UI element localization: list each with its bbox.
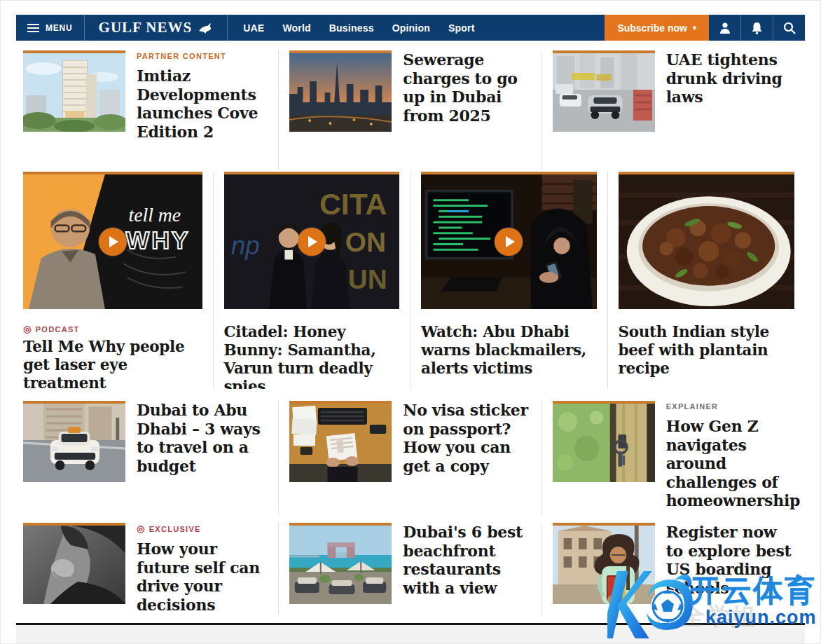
article-headline[interactable]: South Indian style beef with plantain re… xyxy=(619,323,795,378)
article-thumbnail[interactable] xyxy=(553,401,655,482)
article-headline[interactable]: Watch: Abu Dhabi warns blackmailers, ale… xyxy=(421,323,597,378)
subscribe-label: Subscribe now xyxy=(617,22,687,34)
article-card[interactable]: Register now to explore best US boarding… xyxy=(542,523,805,615)
top-stories-row: PARTNER CONTENT Imtiaz Developments laun… xyxy=(16,50,805,170)
nav-link-business[interactable]: Business xyxy=(329,22,374,34)
article-kicker: ◎ PODCAST xyxy=(23,324,202,334)
article-headline[interactable]: No visa sticker on passport? How you can… xyxy=(403,401,530,475)
article-thumbnail[interactable] xyxy=(289,401,392,482)
bell-icon xyxy=(750,21,764,35)
top-navbar: MENU GULF NEWS UAE World Business Opinio… xyxy=(16,15,805,41)
stories-row: Dubai to Abu Dhabi – 3 ways to travel on… xyxy=(16,401,805,514)
play-icon[interactable] xyxy=(495,228,523,256)
article-card[interactable]: PARTNER CONTENT Imtiaz Developments laun… xyxy=(16,50,279,170)
target-icon: ◎ xyxy=(23,324,32,334)
article-thumbnail[interactable] xyxy=(23,523,125,604)
article-thumbnail[interactable] xyxy=(553,523,655,604)
article-headline[interactable]: Register now to explore best US boarding… xyxy=(666,523,794,597)
menu-button[interactable]: MENU xyxy=(16,15,84,41)
article-card[interactable]: CITA ON UN np Citadel: Honey Bunny: Sama… xyxy=(214,172,411,389)
article-thumbnail[interactable] xyxy=(289,523,392,604)
stories-row: ◎ EXCLUSIVE How your future self can dri… xyxy=(16,523,805,615)
article-kicker: ◎ EXCLUSIVE xyxy=(137,524,268,533)
nav-link-uae[interactable]: UAE xyxy=(243,22,264,34)
article-card[interactable]: Sewerage charges to go up in Dubai from … xyxy=(279,50,541,170)
video-thumbnail[interactable] xyxy=(421,172,597,309)
article-card[interactable]: South Indian style beef with plantain re… xyxy=(608,172,806,389)
article-thumbnail[interactable] xyxy=(23,401,125,482)
play-icon[interactable] xyxy=(99,228,127,256)
article-headline[interactable]: Tell Me Why people get laser eye treatme… xyxy=(23,338,202,389)
article-headline[interactable]: Citadel: Honey Bunny: Samantha, Varun tu… xyxy=(224,323,400,389)
article-card[interactable]: EXPLAINER How Gen Z navigates around cha… xyxy=(542,401,805,514)
article-headline[interactable]: Dubai to Abu Dhabi – 3 ways to travel on… xyxy=(137,401,268,475)
hamburger-icon xyxy=(27,24,39,32)
article-kicker: PARTNER CONTENT xyxy=(137,52,268,60)
article-kicker: EXPLAINER xyxy=(666,402,794,411)
chevron-down-icon: ▾ xyxy=(693,24,696,32)
article-headline[interactable]: UAE tightens drunk driving laws xyxy=(666,50,794,107)
article-thumbnail[interactable] xyxy=(23,50,125,132)
article-thumbnail[interactable] xyxy=(553,50,655,132)
svg-text:np: np xyxy=(230,230,259,259)
svg-text:WHY: WHY xyxy=(126,226,191,254)
footer-strip xyxy=(16,625,805,644)
article-card[interactable]: UAE tightens drunk driving laws xyxy=(542,50,805,170)
article-card[interactable]: Watch: Abu Dhabi warns blackmailers, ale… xyxy=(410,172,608,389)
user-icon xyxy=(718,21,732,35)
video-thumbnail[interactable]: CITA ON UN np xyxy=(224,172,400,309)
svg-text:tell me: tell me xyxy=(129,204,181,226)
article-thumbnail[interactable] xyxy=(289,50,392,132)
article-headline[interactable]: Dubai's 6 best beachfront restaurants wi… xyxy=(403,523,530,597)
search-button[interactable] xyxy=(773,15,805,41)
video-thumbnail[interactable]: tell me WHY xyxy=(23,172,202,309)
brand-name: GULF NEWS xyxy=(99,19,193,36)
target-icon: ◎ xyxy=(137,524,146,533)
play-icon[interactable] xyxy=(298,228,326,256)
notifications-button[interactable] xyxy=(741,15,773,41)
article-headline[interactable]: Sewerage charges to go up in Dubai from … xyxy=(403,50,530,125)
article-card[interactable]: Dubai to Abu Dhabi – 3 ways to travel on… xyxy=(16,401,279,514)
article-headline[interactable]: How Gen Z navigates around challenges of… xyxy=(666,417,794,510)
magnifier-icon xyxy=(782,21,796,35)
menu-label: MENU xyxy=(46,23,73,33)
article-thumbnail[interactable] xyxy=(619,172,795,309)
nav-link-sport[interactable]: Sport xyxy=(448,22,475,34)
subscribe-button[interactable]: Subscribe now ▾ xyxy=(605,15,709,41)
nav-link-opinion[interactable]: Opinion xyxy=(392,22,430,34)
brand-logo[interactable]: GULF NEWS xyxy=(85,15,228,41)
article-headline[interactable]: How your future self can drive your deci… xyxy=(137,540,268,614)
account-button[interactable] xyxy=(709,15,740,41)
nav-link-world[interactable]: World xyxy=(282,22,310,34)
svg-text:UN: UN xyxy=(347,263,387,294)
falcon-icon xyxy=(198,22,213,34)
svg-text:CITA: CITA xyxy=(319,187,386,221)
article-card[interactable]: Dubai's 6 best beachfront restaurants wi… xyxy=(279,523,541,615)
video-stories-row: tell me WHY ◎ PODCAST Tell Me Why people… xyxy=(16,172,805,389)
nav-links: UAE World Business Opinion Sport xyxy=(228,15,605,41)
svg-text:ON: ON xyxy=(345,227,385,257)
article-headline[interactable]: Imtiaz Developments launches Cove Editio… xyxy=(137,67,268,141)
page: MENU GULF NEWS UAE World Business Opinio… xyxy=(1,1,820,644)
article-card[interactable]: ◎ EXCLUSIVE How your future self can dri… xyxy=(16,523,279,615)
article-card[interactable]: tell me WHY ◎ PODCAST Tell Me Why people… xyxy=(16,172,214,389)
article-card[interactable]: No visa sticker on passport? How you can… xyxy=(279,401,541,514)
